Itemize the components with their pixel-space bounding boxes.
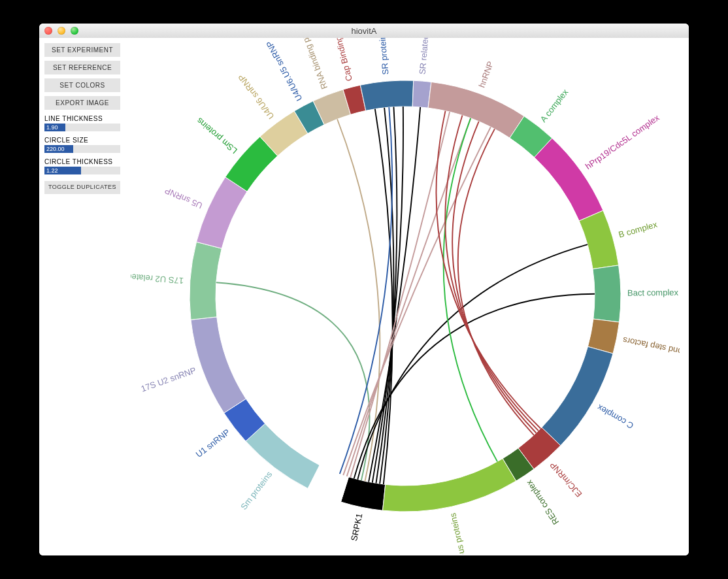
- segment-label-capbp: Cap Binding proteins: [325, 38, 354, 82]
- segment-sr[interactable]: [360, 80, 413, 110]
- slider-label: CIRCLE SIZE: [44, 137, 120, 144]
- segment-s17s[interactable]: [191, 317, 246, 413]
- segment-label-misc: miscelleneous proteins: [448, 512, 476, 554]
- segment-label-hprp: hPrp19/Cdc5L complex: [584, 112, 661, 171]
- segment-label-ejc: EJC/mRNP: [548, 460, 584, 499]
- chord: [452, 122, 536, 433]
- segment-label-srrel: SR related proteins: [418, 38, 433, 75]
- set-colors-button[interactable]: SET COLORS: [44, 78, 120, 92]
- segment-ccomp[interactable]: [542, 346, 613, 445]
- set-experiment-button[interactable]: SET EXPERIMENT: [44, 43, 120, 57]
- close-icon[interactable]: [44, 27, 52, 35]
- window-title: hiovitA: [39, 26, 689, 36]
- slider-value: 1.22: [46, 167, 58, 174]
- segment-label-u1: U1 snRNP: [194, 427, 232, 459]
- chord: [372, 107, 403, 483]
- segment-sm[interactable]: [246, 423, 320, 488]
- segment-label-lsm: LSm proteins: [195, 116, 239, 156]
- circle-size-slider[interactable]: CIRCLE SIZE 220.00: [44, 137, 120, 153]
- segment-label-res: RES complex: [524, 478, 561, 527]
- segment-label-sr: SR proteins: [377, 38, 391, 75]
- segment-label-u4u6: U4/U6 snRNP: [237, 73, 276, 121]
- content-area: SET EXPERIMENT SET REFERENCE SET COLORS …: [39, 38, 689, 555]
- minimize-icon[interactable]: [58, 27, 65, 35]
- titlebar[interactable]: hiovitA: [39, 24, 689, 39]
- segment-label-acomp: A complex: [538, 87, 571, 124]
- chord: [343, 127, 491, 475]
- slider-track[interactable]: 220.00: [44, 145, 120, 153]
- slider-value: 220.00: [46, 145, 65, 153]
- segment-label-u4u6u5: U4/U6.U5 snRNP: [264, 39, 304, 103]
- segment-misc[interactable]: [383, 459, 516, 512]
- zoom-icon[interactable]: [71, 27, 78, 35]
- app-window: hiovitA SET EXPERIMENT SET REFERENCE SET…: [39, 24, 689, 555]
- chord: [347, 118, 471, 476]
- segment-u5[interactable]: [197, 177, 248, 248]
- segment-bcomp[interactable]: [579, 210, 618, 269]
- slider-label: LINE THICKNESS: [44, 115, 120, 122]
- segment-label-u2rel: 17S U2 related: [131, 272, 184, 286]
- segment-label-rnabp: RNA binding proteins: [291, 38, 329, 91]
- chord: [458, 129, 534, 435]
- segment-bact[interactable]: [593, 265, 621, 322]
- segment-u2rel[interactable]: [190, 242, 222, 320]
- slider-track[interactable]: 1.22: [44, 167, 120, 174]
- export-image-button[interactable]: EXPORT IMAGE: [44, 96, 120, 110]
- toggle-duplicates-button[interactable]: TOGGLE DUPLICATES: [44, 181, 120, 194]
- segment-label-s17s: 17S U2 snRNP: [140, 365, 197, 394]
- set-reference-button[interactable]: SET REFERENCE: [44, 61, 120, 74]
- line-thickness-slider[interactable]: LINE THICKNESS 1.90: [44, 115, 120, 131]
- traffic-lights: [44, 27, 78, 35]
- segment-label-second: Second step factors: [621, 335, 680, 359]
- slider-value: 1.90: [46, 124, 58, 131]
- slider-label: CIRCLE THICKNESS: [44, 158, 120, 165]
- chord-diagram: SRPK1Sm proteinsU1 snRNP17S U2 snRNP17S …: [131, 38, 680, 554]
- segment-label-bcomp: B complex: [618, 220, 659, 240]
- sidebar: SET EXPERIMENT SET REFERENCE SET COLORS …: [44, 43, 120, 194]
- segment-hprp[interactable]: [535, 138, 603, 221]
- chord: [445, 116, 538, 431]
- circle-thickness-slider[interactable]: CIRCLE THICKNESS 1.22: [44, 158, 120, 174]
- segment-srpk1[interactable]: [340, 477, 385, 510]
- segment-label-sm: Sm proteins: [239, 469, 274, 512]
- segment-label-srpk1: SRPK1: [349, 512, 364, 542]
- slider-track[interactable]: 1.90: [44, 124, 120, 131]
- segment-label-ccomp: C complex: [595, 403, 635, 431]
- segment-label-hnrnp: hnRNP: [476, 60, 495, 90]
- segment-label-u5: U5 snRNP: [163, 186, 204, 211]
- segment-label-bact: Bact complex: [627, 288, 679, 298]
